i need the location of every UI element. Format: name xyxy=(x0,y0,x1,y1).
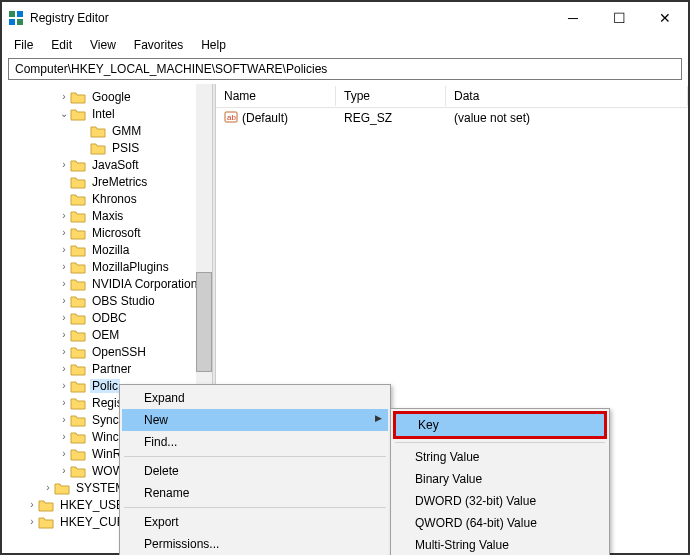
tree-item-obs[interactable]: ›OBS Studio xyxy=(2,292,212,309)
separator xyxy=(124,456,386,457)
tree-item-jremetrics[interactable]: JreMetrics xyxy=(2,173,212,190)
expand-toggle[interactable]: › xyxy=(42,482,54,493)
tree-item-microsoft[interactable]: ›Microsoft xyxy=(2,224,212,241)
folder-icon xyxy=(70,243,86,257)
ctx-delete[interactable]: Delete xyxy=(122,460,388,482)
expand-toggle[interactable]: › xyxy=(58,397,70,408)
address-path: Computer\HKEY_LOCAL_MACHINE\SOFTWARE\Pol… xyxy=(15,62,327,76)
expand-toggle[interactable]: ⌄ xyxy=(58,108,70,119)
tree-item-intel[interactable]: ⌄Intel xyxy=(2,105,212,122)
folder-icon xyxy=(70,379,86,393)
submenu-multistring[interactable]: Multi-String Value xyxy=(393,534,607,555)
folder-icon xyxy=(70,226,86,240)
ctx-rename[interactable]: Rename xyxy=(122,482,388,504)
maximize-button[interactable]: ☐ xyxy=(596,2,642,34)
folder-icon xyxy=(38,515,54,529)
expand-toggle[interactable]: › xyxy=(58,346,70,357)
tree-item-mozilla[interactable]: ›Mozilla xyxy=(2,241,212,258)
expand-toggle[interactable]: › xyxy=(58,159,70,170)
tree-item-mozillaplugins[interactable]: ›MozillaPlugins xyxy=(2,258,212,275)
expand-toggle[interactable]: › xyxy=(58,465,70,476)
title-bar: Registry Editor ─ ☐ ✕ xyxy=(2,2,688,34)
folder-icon xyxy=(90,141,106,155)
app-icon xyxy=(8,10,24,26)
tree-item-oem[interactable]: ›OEM xyxy=(2,326,212,343)
list-row[interactable]: ab (Default) REG_SZ (value not set) xyxy=(216,108,688,128)
ctx-export[interactable]: Export xyxy=(122,511,388,533)
tree-item-partner[interactable]: ›Partner xyxy=(2,360,212,377)
tree-item-psis[interactable]: PSIS xyxy=(2,139,212,156)
folder-icon xyxy=(70,158,86,172)
separator xyxy=(124,507,386,508)
svg-rect-2 xyxy=(9,19,15,25)
folder-icon xyxy=(70,396,86,410)
value-name: (Default) xyxy=(242,111,288,125)
tree-item-gmm[interactable]: GMM xyxy=(2,122,212,139)
expand-toggle[interactable]: › xyxy=(58,210,70,221)
folder-icon xyxy=(70,90,86,104)
expand-toggle[interactable]: › xyxy=(58,448,70,459)
tree-item-odbc[interactable]: ›ODBC xyxy=(2,309,212,326)
folder-icon xyxy=(54,481,70,495)
expand-toggle[interactable]: › xyxy=(58,278,70,289)
submenu-qword[interactable]: QWORD (64-bit) Value xyxy=(393,512,607,534)
expand-toggle[interactable]: › xyxy=(58,295,70,306)
expand-toggle[interactable]: › xyxy=(58,329,70,340)
menu-view[interactable]: View xyxy=(82,36,124,54)
folder-icon xyxy=(70,311,86,325)
expand-toggle[interactable]: › xyxy=(26,499,38,510)
submenu-dword[interactable]: DWORD (32-bit) Value xyxy=(393,490,607,512)
folder-icon xyxy=(70,175,86,189)
ctx-find[interactable]: Find... xyxy=(122,431,388,453)
folder-icon xyxy=(70,260,86,274)
tree-scrollbar-thumb[interactable] xyxy=(196,272,212,372)
menu-help[interactable]: Help xyxy=(193,36,234,54)
column-data[interactable]: Data xyxy=(446,86,688,106)
expand-toggle[interactable]: › xyxy=(58,261,70,272)
window-title: Registry Editor xyxy=(30,11,550,25)
expand-toggle[interactable]: › xyxy=(58,244,70,255)
context-submenu-new: Key String Value Binary Value DWORD (32-… xyxy=(390,408,610,555)
expand-toggle[interactable]: › xyxy=(58,431,70,442)
expand-toggle[interactable]: › xyxy=(58,227,70,238)
tree-item-maxis[interactable]: ›Maxis xyxy=(2,207,212,224)
tree-item-nvidia[interactable]: ›NVIDIA Corporation xyxy=(2,275,212,292)
folder-icon xyxy=(70,294,86,308)
folder-icon xyxy=(70,209,86,223)
svg-rect-3 xyxy=(17,19,23,25)
expand-toggle[interactable]: › xyxy=(58,414,70,425)
folder-icon xyxy=(70,362,86,376)
expand-toggle[interactable]: › xyxy=(58,312,70,323)
submenu-string[interactable]: String Value xyxy=(393,446,607,468)
column-name[interactable]: Name xyxy=(216,86,336,106)
tree-item-khronos[interactable]: Khronos xyxy=(2,190,212,207)
column-type[interactable]: Type xyxy=(336,86,446,106)
expand-toggle[interactable]: › xyxy=(26,516,38,527)
minimize-button[interactable]: ─ xyxy=(550,2,596,34)
close-button[interactable]: ✕ xyxy=(642,2,688,34)
tree-item-javasoft[interactable]: ›JavaSoft xyxy=(2,156,212,173)
folder-icon xyxy=(70,430,86,444)
menu-file[interactable]: File xyxy=(6,36,41,54)
menu-edit[interactable]: Edit xyxy=(43,36,80,54)
folder-icon xyxy=(70,464,86,478)
value-type: REG_SZ xyxy=(336,109,446,127)
ctx-permissions[interactable]: Permissions... xyxy=(122,533,388,555)
expand-toggle[interactable]: › xyxy=(58,380,70,391)
menu-favorites[interactable]: Favorites xyxy=(126,36,191,54)
tree-item-google[interactable]: ›Google xyxy=(2,88,212,105)
expand-toggle[interactable]: › xyxy=(58,91,70,102)
submenu-key[interactable]: Key xyxy=(393,411,607,439)
svg-rect-0 xyxy=(9,11,15,17)
ctx-expand[interactable]: Expand xyxy=(122,387,388,409)
submenu-binary[interactable]: Binary Value xyxy=(393,468,607,490)
ctx-new[interactable]: New xyxy=(122,409,388,431)
folder-icon xyxy=(70,413,86,427)
address-bar[interactable]: Computer\HKEY_LOCAL_MACHINE\SOFTWARE\Pol… xyxy=(8,58,682,80)
list-header: Name Type Data xyxy=(216,84,688,108)
value-data: (value not set) xyxy=(446,109,688,127)
folder-icon xyxy=(70,345,86,359)
expand-toggle[interactable]: › xyxy=(58,363,70,374)
context-menu: Expand New Find... Delete Rename Export … xyxy=(119,384,391,555)
tree-item-openssh[interactable]: ›OpenSSH xyxy=(2,343,212,360)
